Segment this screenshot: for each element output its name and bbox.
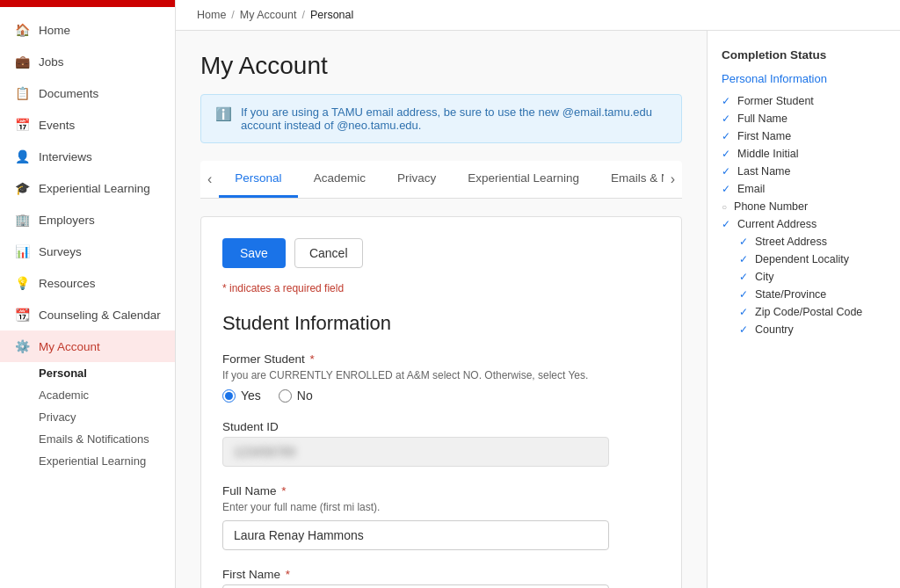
completion-section-label: Personal Information xyxy=(722,72,886,85)
sidebar-item-resources[interactable]: 💡 Resources xyxy=(0,267,175,299)
breadcrumb: Home / My Account / Personal xyxy=(197,9,879,21)
check-icon: ✓ xyxy=(739,236,748,248)
completion-item-label: Street Address xyxy=(755,236,827,248)
check-icon: ✓ xyxy=(722,148,730,160)
completion-item-label: Phone Number xyxy=(734,200,808,213)
sidebar-item-home[interactable]: 🏠 Home xyxy=(0,14,175,46)
completion-item: ✓City xyxy=(722,268,886,286)
sidebar: 🏠 Home 💼 Jobs 📋 Documents 📅 Events 👤 Int… xyxy=(0,0,176,588)
sidebar-sub-academic[interactable]: Academic xyxy=(39,384,175,406)
completion-item: ✓Email xyxy=(722,180,886,198)
completion-item-label: State/Province xyxy=(755,288,826,301)
first-name-input[interactable] xyxy=(222,584,609,588)
full-name-input[interactable] xyxy=(222,520,609,550)
sidebar-item-resources-label: Resources xyxy=(39,277,96,290)
former-student-no-radio[interactable] xyxy=(279,389,292,403)
completion-item-label: Dependent Locality xyxy=(755,253,849,265)
completion-item-label: Country xyxy=(755,323,794,336)
sidebar-item-surveys-label: Surveys xyxy=(39,245,82,258)
tab-academic[interactable]: Academic xyxy=(298,161,381,198)
sidebar-item-experiential-learning-label: Experiential Learning xyxy=(39,182,150,195)
documents-icon: 📋 xyxy=(14,86,30,100)
breadcrumb-my-account[interactable]: My Account xyxy=(240,9,297,21)
sidebar-item-documents[interactable]: 📋 Documents xyxy=(0,77,175,109)
resources-icon: 💡 xyxy=(14,276,30,290)
completion-item: ✓State/Province xyxy=(722,286,886,303)
tab-emails-notifications[interactable]: Emails & Notifications xyxy=(595,161,664,198)
info-banner-text: If you are using a TAMU email address, b… xyxy=(241,105,667,132)
tab-prev-arrow[interactable]: ‹ xyxy=(200,161,219,198)
sidebar-item-experiential-learning[interactable]: 🎓 Experiential Learning xyxy=(0,172,175,204)
jobs-icon: 💼 xyxy=(14,54,30,69)
sidebar-logo-bar xyxy=(0,0,175,7)
save-button[interactable]: Save xyxy=(222,238,286,268)
sidebar-sub-experiential-learning[interactable]: Experiential Learning xyxy=(39,450,175,472)
check-icon: ✓ xyxy=(722,165,730,178)
surveys-icon: 📊 xyxy=(14,244,30,258)
completion-item: ✓Last Name xyxy=(722,163,886,180)
events-icon: 📅 xyxy=(14,118,30,132)
center-panel: My Account ℹ️ If you are using a TAMU em… xyxy=(176,31,707,588)
completion-item: ✓Zip Code/Postal Code xyxy=(722,303,886,321)
sidebar-item-interviews-label: Interviews xyxy=(39,150,92,163)
breadcrumb-home[interactable]: Home xyxy=(197,9,226,21)
student-id-field: Student ID 123456789 xyxy=(222,420,660,467)
check-icon: ✓ xyxy=(722,218,730,230)
former-student-description: If you are CURRENTLY ENROLLED at A&M sel… xyxy=(222,369,660,381)
sidebar-item-jobs-label: Jobs xyxy=(39,55,64,69)
sidebar-item-counseling-label: Counseling & Calendar xyxy=(39,309,161,322)
sidebar-sub-privacy[interactable]: Privacy xyxy=(39,406,175,428)
circle-icon: ○ xyxy=(722,202,727,212)
employers-icon: 🏢 xyxy=(14,213,30,227)
info-banner: ℹ️ If you are using a TAMU email address… xyxy=(200,94,682,143)
form-container: Save Cancel * indicates a required field… xyxy=(200,216,682,588)
completion-item: ✓First Name xyxy=(722,127,886,145)
full-name-label: Full Name * xyxy=(222,484,660,497)
sidebar-item-my-account[interactable]: ⚙️ My Account xyxy=(0,330,175,362)
sidebar-item-employers-label: Employers xyxy=(39,214,95,227)
completion-item-label: First Name xyxy=(737,130,791,142)
full-name-description: Enter your full name (first mi last). xyxy=(222,501,660,513)
former-student-no-label: No xyxy=(297,388,313,403)
right-panel: Completion Status Personal Information ✓… xyxy=(707,31,900,588)
completion-item: ○Phone Number xyxy=(722,198,886,215)
former-student-yes-option[interactable]: Yes xyxy=(222,388,261,403)
former-student-yes-label: Yes xyxy=(241,388,261,403)
check-icon: ✓ xyxy=(739,253,748,265)
cancel-button[interactable]: Cancel xyxy=(294,238,363,268)
completion-item: ✓Former Student xyxy=(722,92,886,110)
former-student-radio-group: Yes No xyxy=(222,388,660,403)
sidebar-item-documents-label: Documents xyxy=(39,87,98,100)
check-icon: ✓ xyxy=(739,271,748,283)
check-icon: ✓ xyxy=(722,183,730,195)
sidebar-item-employers[interactable]: 🏢 Employers xyxy=(0,204,175,236)
former-student-field: Former Student * If you are CURRENTLY EN… xyxy=(222,352,660,403)
first-name-field: First Name * xyxy=(222,568,660,588)
tab-personal[interactable]: Personal xyxy=(219,161,297,198)
completion-item-label: Former Student xyxy=(737,95,814,107)
tab-next-arrow[interactable]: › xyxy=(664,161,682,198)
sidebar-item-interviews[interactable]: 👤 Interviews xyxy=(0,141,175,172)
content-area: My Account ℹ️ If you are using a TAMU em… xyxy=(176,31,900,588)
first-name-label: First Name * xyxy=(222,568,660,581)
sidebar-item-events[interactable]: 📅 Events xyxy=(0,109,175,141)
sidebar-item-counseling[interactable]: 📆 Counseling & Calendar xyxy=(0,299,175,330)
tab-privacy[interactable]: Privacy xyxy=(381,161,452,198)
completion-item-label: City xyxy=(755,271,774,283)
completion-item-label: Full Name xyxy=(737,113,788,125)
former-student-yes-radio[interactable] xyxy=(222,389,236,403)
tabs-container: Personal Academic Privacy Experiential L… xyxy=(219,161,663,198)
sidebar-sub-personal[interactable]: Personal xyxy=(39,362,175,384)
sidebar-sub-menu: Personal Academic Privacy Emails & Notif… xyxy=(0,362,175,472)
my-account-icon: ⚙️ xyxy=(14,339,30,353)
completion-item-label: Middle Initial xyxy=(737,148,798,160)
student-id-value: 123456789 xyxy=(222,437,609,467)
top-bar: Home / My Account / Personal xyxy=(176,0,900,31)
sidebar-sub-emails-notifications[interactable]: Emails & Notifications xyxy=(39,428,175,450)
sidebar-item-jobs[interactable]: 💼 Jobs xyxy=(0,46,175,77)
counseling-icon: 📆 xyxy=(14,308,30,322)
sidebar-item-surveys[interactable]: 📊 Surveys xyxy=(0,236,175,267)
tab-experiential-learning[interactable]: Experiential Learning xyxy=(452,161,595,198)
section-title: Student Information xyxy=(222,312,660,335)
former-student-no-option[interactable]: No xyxy=(279,388,313,403)
